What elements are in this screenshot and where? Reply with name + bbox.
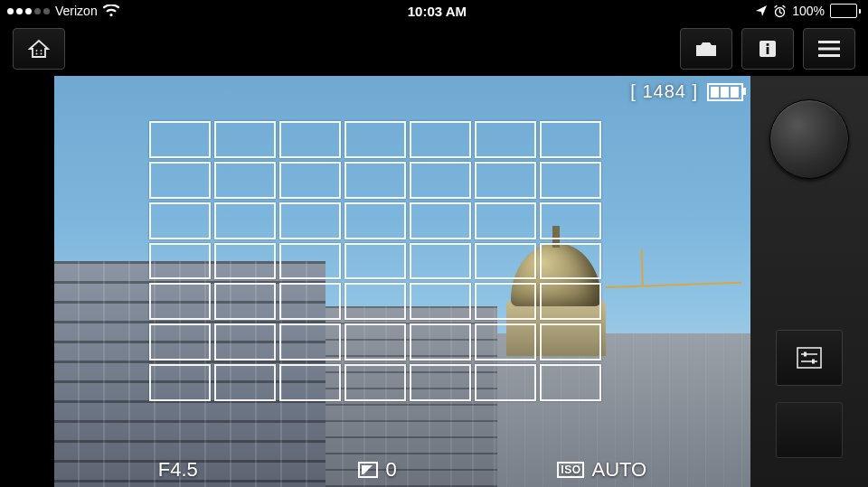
af-point[interactable]	[344, 283, 406, 320]
af-point[interactable]	[475, 202, 536, 239]
af-point[interactable]	[475, 283, 536, 320]
autofocus-grid[interactable]	[149, 121, 601, 401]
af-point[interactable]	[475, 364, 536, 401]
af-point[interactable]	[540, 121, 601, 158]
alarm-clock-icon	[773, 5, 787, 18]
af-point[interactable]	[540, 323, 601, 361]
af-point[interactable]	[214, 121, 276, 158]
af-point[interactable]	[214, 283, 276, 320]
clock-label: 10:03 AM	[408, 4, 467, 19]
status-right: 100%	[755, 4, 861, 18]
home-button[interactable]	[13, 28, 65, 70]
svg-rect-13	[804, 352, 807, 357]
af-point[interactable]	[410, 121, 471, 158]
iso-icon: ISO	[557, 462, 584, 478]
aperture-readout[interactable]: F4.5	[158, 458, 198, 482]
battery-icon	[830, 4, 861, 18]
af-point[interactable]	[344, 323, 406, 361]
settings-sliders-button[interactable]	[776, 330, 843, 386]
svg-rect-15	[812, 360, 815, 364]
af-point[interactable]	[344, 162, 406, 199]
af-point[interactable]	[410, 283, 471, 320]
af-point[interactable]	[475, 162, 536, 199]
af-point[interactable]	[410, 243, 471, 280]
af-point[interactable]	[540, 364, 601, 401]
af-point[interactable]	[149, 202, 211, 239]
exposure-comp-readout[interactable]: 0	[358, 458, 396, 482]
ios-status-bar: Verizon 10:03 AM 100%	[0, 0, 868, 22]
battery-percent-label: 100%	[792, 4, 825, 18]
af-point[interactable]	[149, 364, 211, 401]
af-point[interactable]	[540, 243, 601, 280]
af-point[interactable]	[149, 162, 211, 199]
af-point[interactable]	[344, 202, 406, 239]
camera-battery-icon	[707, 83, 743, 101]
live-view[interactable]: [ 1484 ] F4.5 0 ISO AUTO	[54, 76, 750, 487]
af-point[interactable]	[149, 243, 211, 280]
af-point[interactable]	[149, 121, 211, 158]
svg-rect-9	[818, 48, 840, 51]
info-button[interactable]	[741, 28, 794, 70]
af-point[interactable]	[475, 243, 536, 280]
menu-button[interactable]	[803, 28, 855, 70]
af-point[interactable]	[279, 162, 341, 199]
wifi-icon	[103, 5, 119, 17]
viewfinder-top-right: [ 1484 ]	[630, 81, 743, 102]
shots-remaining-label: [ 1484 ]	[630, 81, 698, 102]
af-point[interactable]	[214, 364, 276, 401]
af-point[interactable]	[410, 323, 471, 361]
af-point[interactable]	[475, 121, 536, 158]
af-point[interactable]	[475, 323, 536, 361]
af-point[interactable]	[410, 162, 471, 199]
af-point[interactable]	[410, 364, 471, 401]
gallery-button[interactable]	[680, 28, 732, 70]
svg-rect-7	[767, 43, 769, 46]
af-point[interactable]	[279, 202, 341, 239]
shutter-button[interactable]	[769, 99, 849, 179]
status-left: Verizon	[7, 4, 119, 18]
af-point[interactable]	[279, 283, 341, 320]
af-point[interactable]	[279, 323, 341, 361]
svg-rect-10	[818, 54, 840, 57]
af-point[interactable]	[214, 162, 276, 199]
af-point[interactable]	[214, 243, 276, 280]
iso-value: AUTO	[591, 458, 646, 482]
svg-point-2	[41, 50, 42, 52]
location-arrow-icon	[755, 5, 768, 17]
af-point[interactable]	[214, 202, 276, 239]
aperture-value: F4.5	[158, 458, 198, 482]
af-point[interactable]	[540, 283, 601, 320]
af-point[interactable]	[344, 364, 406, 401]
viewfinder-bottom-bar: F4.5 0 ISO AUTO	[54, 458, 750, 482]
af-point[interactable]	[344, 121, 406, 158]
info-icon	[758, 39, 778, 59]
secondary-slot-button[interactable]	[776, 402, 843, 458]
cell-signal-icon	[7, 8, 50, 14]
af-point[interactable]	[279, 364, 341, 401]
menu-icon	[818, 41, 840, 57]
home-icon	[27, 39, 51, 59]
svg-point-4	[41, 53, 42, 55]
af-point[interactable]	[279, 121, 341, 158]
sliders-icon	[796, 346, 823, 370]
svg-point-1	[36, 50, 38, 52]
af-point[interactable]	[344, 243, 406, 280]
exposure-comp-icon	[358, 462, 378, 478]
af-point[interactable]	[540, 202, 601, 239]
carrier-label: Verizon	[55, 4, 98, 18]
svg-point-3	[36, 53, 38, 55]
right-sidebar	[750, 76, 868, 487]
af-point[interactable]	[410, 202, 471, 239]
af-point[interactable]	[214, 323, 276, 361]
svg-rect-6	[767, 47, 769, 54]
af-point[interactable]	[540, 162, 601, 199]
af-point[interactable]	[149, 323, 211, 361]
af-point[interactable]	[279, 243, 341, 280]
af-point[interactable]	[149, 283, 211, 320]
top-bar	[0, 22, 868, 76]
app-root: [ 1484 ] F4.5 0 ISO AUTO	[0, 22, 868, 487]
svg-rect-8	[818, 41, 840, 43]
exposure-comp-value: 0	[385, 458, 396, 482]
svg-rect-11	[797, 348, 821, 368]
iso-readout[interactable]: ISO AUTO	[557, 458, 646, 482]
